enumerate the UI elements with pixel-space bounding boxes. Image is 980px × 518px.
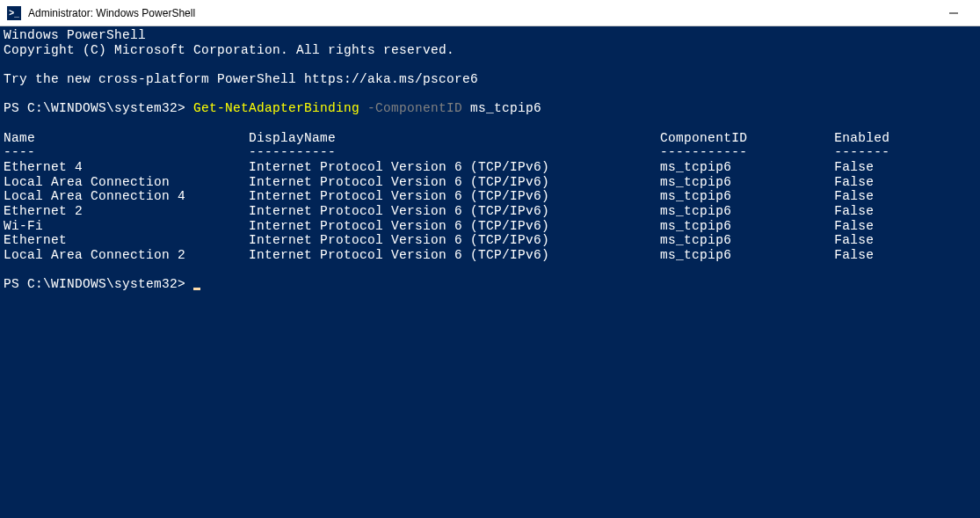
- terminal-output[interactable]: Windows PowerShell Copyright (C) Microso…: [0, 26, 980, 294]
- cmdlet-param: -ComponentID: [359, 101, 462, 115]
- cmdlet-name: Get-NetAdapterBinding: [193, 101, 359, 115]
- window-title-bar: >_ Administrator: Windows PowerShell: [0, 0, 980, 26]
- banner-line: Try the new cross-platform PowerShell ht…: [4, 72, 478, 86]
- table-underline-row: ---- ----------- ----------- -------: [4, 145, 889, 159]
- minimize-button[interactable]: [933, 0, 973, 26]
- prompt-prefix: PS C:\WINDOWS\system32>: [4, 101, 193, 115]
- table-header-row: Name DisplayName ComponentID Enabled: [4, 131, 889, 145]
- cmdlet-arg: ms_tcpip6: [462, 101, 541, 115]
- banner-line: Copyright (C) Microsoft Corporation. All…: [4, 43, 454, 57]
- window-controls: [933, 0, 973, 26]
- title-left: >_ Administrator: Windows PowerShell: [7, 6, 195, 20]
- table-body: Ethernet 4 Internet Protocol Version 6 (…: [4, 160, 874, 262]
- prompt-prefix: PS C:\WINDOWS\system32>: [4, 277, 193, 291]
- powershell-icon: >_: [7, 6, 21, 20]
- window-title: Administrator: Windows PowerShell: [28, 7, 195, 19]
- cursor: [193, 288, 200, 290]
- banner-line: Windows PowerShell: [4, 28, 146, 42]
